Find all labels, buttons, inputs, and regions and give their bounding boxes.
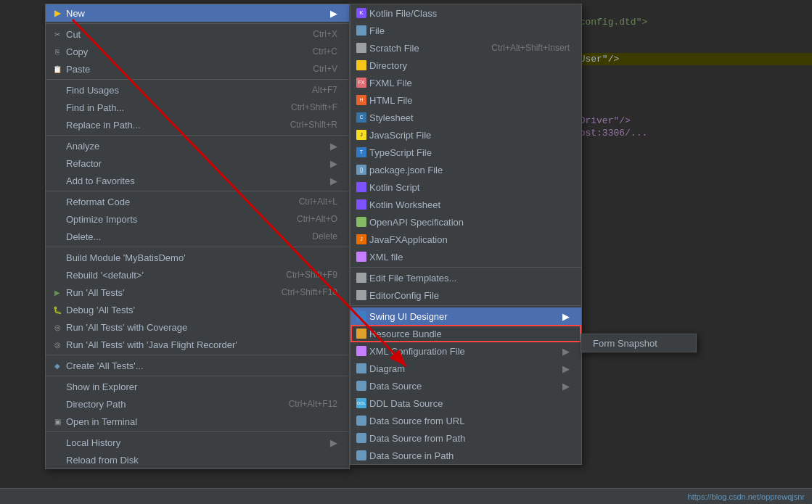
menu-item-paste[interactable]: 📋 Paste Ctrl+V [46, 60, 349, 78]
submenu-item-kotlin-file[interactable]: K Kotlin File/Class [350, 4, 581, 22]
menu-separator [350, 267, 581, 268]
submenu-item-ddl-data-source[interactable]: DDL DDL Data Source [350, 394, 581, 412]
css-file-icon: C [356, 112, 366, 123]
submenu-item-file[interactable]: File [350, 22, 581, 39]
submenu-item-data-source-path[interactable]: Data Source from Path [350, 429, 581, 447]
profiler-icon: ◎ [52, 339, 63, 350]
submenu-item-file-label: File [369, 25, 570, 36]
menu-item-refactor-label: Refactor [66, 158, 324, 169]
submenu-item-edit-templates[interactable]: Edit File Templates... [350, 269, 581, 286]
blank-icon [52, 196, 63, 207]
menu-item-reload-disk[interactable]: Reload from Disk [46, 451, 349, 468]
menu-item-directory-path-label: Directory Path [66, 399, 274, 410]
menu-item-find-in-path[interactable]: Find in Path... Ctrl+Shift+F [46, 99, 349, 116]
menu-item-find-in-path-label: Find in Path... [66, 102, 276, 113]
menu-item-local-history[interactable]: Local History ▶ [46, 434, 349, 451]
submenu-item-ddl-label: DDL Data Source [369, 398, 570, 409]
kts-file-icon [356, 182, 366, 192]
submenu-item-kotlin-script[interactable]: Kotlin Script [350, 178, 581, 196]
submenu-item-javascript[interactable]: J JavaScript File [350, 126, 581, 144]
menu-item-run-profiler-label: Run 'All Tests' with 'Java Flight Record… [66, 339, 337, 350]
url-icon [356, 416, 366, 426]
menu-item-directory-path[interactable]: Directory Path Ctrl+Alt+F12 [46, 395, 349, 413]
submenu-item-swing-ui-designer[interactable]: Swing UI Designer ▶ [350, 307, 581, 325]
submenu-item-edit-templates-label: Edit File Templates... [369, 273, 570, 284]
submenu-item-xml-config[interactable]: XML Configuration File ▶ [350, 342, 581, 360]
submenu-item-editorconfig[interactable]: EditorConfig File [350, 286, 581, 304]
blank-icon [52, 84, 63, 96]
menu-item-analyze-label: Analyze [66, 141, 324, 152]
edit-template-icon [356, 273, 366, 283]
menu-item-cut-label: Cut [66, 29, 298, 40]
submenu-item-fxml[interactable]: FX FXML File [350, 74, 581, 91]
submenu-item-scratch-file[interactable]: Scratch File Ctrl+Alt+Shift+Insert [350, 39, 581, 57]
submenu-item-stylesheet[interactable]: C Stylesheet [350, 109, 581, 126]
directory-path-shortcut: Ctrl+Alt+F12 [289, 399, 337, 409]
menu-item-run-coverage[interactable]: ◎ Run 'All Tests' with Coverage [46, 318, 349, 336]
menu-item-build-module[interactable]: Build Module 'MyBatisDemo' [46, 249, 349, 266]
submenu-arrow-icon: ▶ [330, 158, 337, 169]
submenu-item-xml-file[interactable]: XML file [350, 248, 581, 265]
submenu-item-resource-bundle-label: Resource Bundle [369, 329, 570, 339]
menu-item-run-coverage-label: Run 'All Tests' with Coverage [66, 322, 337, 333]
submenu-item-data-source-in-path[interactable]: Data Source in Path [350, 447, 581, 464]
menu-item-create-tests[interactable]: ◆ Create 'All Tests'... [46, 357, 349, 374]
reformat-shortcut: Ctrl+Alt+L [299, 197, 337, 207]
submenu-item-javafx[interactable]: J JavaFXApplication [350, 231, 581, 248]
submenu-arrow-icon: ▶ [562, 381, 570, 392]
submenu-item-directory[interactable]: Directory [350, 57, 581, 74]
delete-shortcut: Delete [312, 231, 337, 241]
openapi-file-icon [356, 217, 366, 227]
menu-item-add-favorites[interactable]: Add to Favorites ▶ [46, 172, 349, 189]
submenu-item-package-json[interactable]: {} package.json File [350, 161, 581, 178]
menu-item-show-explorer[interactable]: Show in Explorer [46, 378, 349, 395]
submenu-arrow-icon: ▶ [562, 363, 570, 374]
menu-item-replace-in-path[interactable]: Replace in Path... Ctrl+Shift+R [46, 116, 349, 133]
menu-item-cut[interactable]: ✂ Cut Ctrl+X [46, 25, 349, 43]
menu-item-rebuild[interactable]: Rebuild '<default>' Ctrl+Shift+F9 [46, 266, 349, 284]
cut-icon: ✂ [52, 28, 63, 40]
submenu-item-typescript[interactable]: T TypeScript File [350, 144, 581, 161]
ktw-file-icon [356, 199, 366, 210]
menu-item-debug-tests[interactable]: 🐛 Debug 'All Tests' [46, 301, 349, 318]
blank-icon [52, 398, 63, 410]
submenu-item-openapi[interactable]: OpenAPI Specification [350, 213, 581, 231]
menu-item-analyze[interactable]: Analyze ▶ [46, 137, 349, 154]
submenu-item-typescript-label: TypeScript File [369, 147, 570, 158]
menu-item-copy[interactable]: ⎘ Copy Ctrl+C [46, 43, 349, 60]
folder-icon: ▶ [52, 7, 63, 19]
menu-item-find-usages[interactable]: Find Usages Alt+F7 [46, 81, 349, 99]
submenu-arrow-icon: ▶ [562, 346, 570, 357]
submenu-arrow-icon: ▶ [330, 141, 337, 152]
menu-item-open-terminal-label: Open in Terminal [66, 416, 337, 427]
path-in-icon [356, 450, 366, 460]
menu-separator [46, 247, 349, 247]
submenu-item-stylesheet-label: Stylesheet [369, 112, 570, 123]
cut-shortcut: Ctrl+X [313, 29, 337, 39]
menu-separator [46, 23, 349, 24]
menu-item-run-tests[interactable]: ▶ Run 'All Tests' Ctrl+Shift+F10 [46, 284, 349, 301]
submenu-item-data-source[interactable]: Data Source ▶ [350, 377, 581, 394]
run-icon: ▶ [52, 286, 63, 298]
blank-icon [52, 381, 63, 392]
submenu-arrow-icon: ▶ [330, 437, 337, 448]
menu-item-open-terminal[interactable]: ▣ Open in Terminal [46, 413, 349, 430]
submenu-item-resource-bundle[interactable]: Resource Bundle [350, 325, 581, 342]
menu-item-optimize-imports[interactable]: Optimize Imports Ctrl+Alt+O [46, 210, 349, 228]
menu-item-reformat[interactable]: Reformat Code Ctrl+Alt+L [46, 193, 349, 210]
submenu-item-diagram[interactable]: Diagram ▶ [350, 360, 581, 377]
debug-icon: 🐛 [52, 304, 63, 315]
menu-item-refactor[interactable]: Refactor ▶ [46, 154, 349, 172]
menu-item-new-label: New [66, 8, 324, 19]
submenu-item-data-source-url[interactable]: Data Source from URL [350, 412, 581, 429]
menu-item-show-explorer-label: Show in Explorer [66, 381, 337, 392]
submenu-item-html[interactable]: H HTML File [350, 91, 581, 109]
menu-item-optimize-imports-label: Optimize Imports [66, 214, 282, 225]
submenu-item-form-snapshot[interactable]: Form Snapshot [581, 334, 696, 352]
menu-item-delete[interactable]: Delete... Delete [46, 228, 349, 245]
menu-item-run-profiler[interactable]: ◎ Run 'All Tests' with 'Java Flight Reco… [46, 336, 349, 353]
blank-icon [52, 454, 63, 466]
submenu-item-kotlin-worksheet[interactable]: Kotlin Worksheet [350, 196, 581, 213]
scratch-file-shortcut: Ctrl+Alt+Shift+Insert [491, 43, 570, 53]
menu-item-new[interactable]: ▶ New ▶ [46, 4, 349, 22]
